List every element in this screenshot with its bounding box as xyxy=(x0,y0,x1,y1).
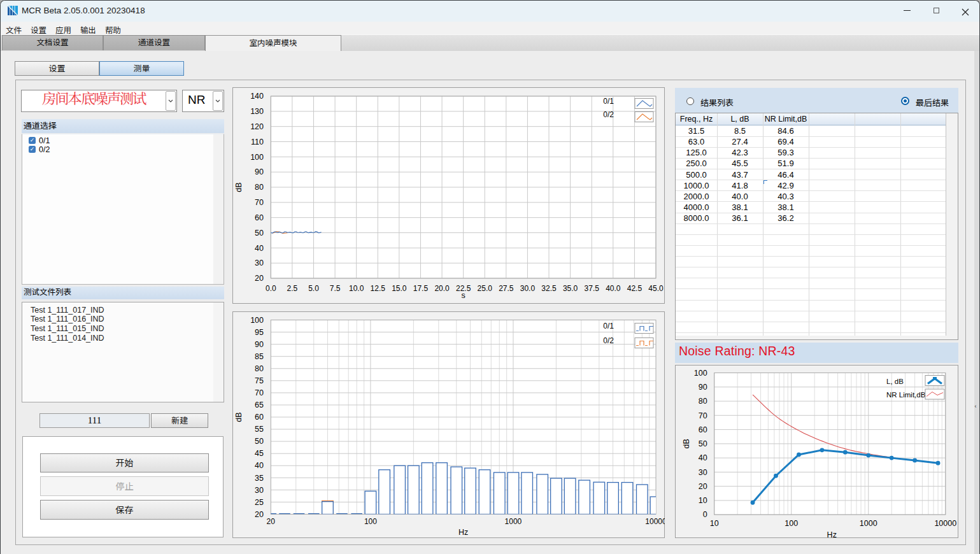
svg-text:0/2: 0/2 xyxy=(603,336,614,345)
svg-text:100: 100 xyxy=(250,316,264,325)
svg-text:0: 0 xyxy=(703,510,707,519)
svg-text:1000: 1000 xyxy=(505,517,522,526)
svg-text:12.5: 12.5 xyxy=(371,284,386,293)
svg-text:30: 30 xyxy=(699,468,707,477)
svg-text:45: 45 xyxy=(255,449,264,458)
svg-text:50: 50 xyxy=(255,229,264,238)
svg-text:70: 70 xyxy=(255,388,264,397)
svg-text:40: 40 xyxy=(255,461,264,470)
svg-text:35.0: 35.0 xyxy=(563,284,578,293)
svg-text:85: 85 xyxy=(255,352,264,361)
svg-text:Hz: Hz xyxy=(827,530,837,538)
svg-text:0.0: 0.0 xyxy=(266,284,276,293)
svg-text:100: 100 xyxy=(785,519,798,528)
svg-text:100: 100 xyxy=(694,369,707,378)
svg-text:90: 90 xyxy=(699,383,707,392)
svg-text:2.5: 2.5 xyxy=(287,284,298,293)
svg-text:dB: dB xyxy=(682,439,691,448)
svg-text:20.0: 20.0 xyxy=(434,284,450,293)
svg-text:100: 100 xyxy=(250,153,264,162)
svg-text:20: 20 xyxy=(699,482,707,491)
svg-text:5.0: 5.0 xyxy=(308,284,319,293)
svg-text:20: 20 xyxy=(267,517,276,526)
svg-text:45.0: 45.0 xyxy=(648,284,664,293)
svg-text:60: 60 xyxy=(255,413,264,422)
svg-text:37.5: 37.5 xyxy=(585,284,600,293)
svg-text:140: 140 xyxy=(250,92,264,101)
svg-text:32.5: 32.5 xyxy=(541,284,557,293)
svg-text:0/2: 0/2 xyxy=(603,110,614,119)
svg-text:15.0: 15.0 xyxy=(392,284,407,293)
svg-text:27.5: 27.5 xyxy=(499,284,514,293)
svg-text:0/1: 0/1 xyxy=(603,97,614,106)
svg-text:10000: 10000 xyxy=(645,517,665,526)
svg-text:25: 25 xyxy=(255,498,264,507)
svg-text:60: 60 xyxy=(699,425,707,434)
svg-text:130: 130 xyxy=(250,107,264,116)
svg-text:0/1: 0/1 xyxy=(603,322,614,330)
svg-text:60: 60 xyxy=(255,213,264,222)
svg-text:NR Limit,dB: NR Limit,dB xyxy=(886,391,926,399)
svg-text:90: 90 xyxy=(255,167,264,176)
svg-text:20: 20 xyxy=(255,510,264,519)
svg-text:65: 65 xyxy=(255,401,264,409)
svg-text:17.5: 17.5 xyxy=(413,284,429,293)
svg-text:10000: 10000 xyxy=(934,519,956,528)
svg-text:70: 70 xyxy=(255,198,264,207)
svg-text:10: 10 xyxy=(710,519,719,528)
svg-text:dB: dB xyxy=(234,412,243,422)
svg-text:50: 50 xyxy=(255,437,264,446)
svg-text:30: 30 xyxy=(255,259,264,267)
svg-text:75: 75 xyxy=(255,376,264,385)
svg-text:s: s xyxy=(462,291,465,300)
svg-text:50: 50 xyxy=(699,439,707,448)
svg-text:42.5: 42.5 xyxy=(627,284,643,293)
svg-text:80: 80 xyxy=(255,183,264,192)
svg-text:55: 55 xyxy=(255,425,264,434)
svg-text:25.0: 25.0 xyxy=(478,284,493,293)
svg-text:7.5: 7.5 xyxy=(330,284,341,293)
svg-text:30.0: 30.0 xyxy=(520,284,536,293)
svg-text:30: 30 xyxy=(255,486,264,495)
svg-text:40: 40 xyxy=(699,453,707,462)
svg-text:100: 100 xyxy=(364,517,377,526)
svg-text:10: 10 xyxy=(699,496,707,505)
svg-text:40.0: 40.0 xyxy=(606,284,621,293)
svg-text:40: 40 xyxy=(255,244,264,253)
svg-text:110: 110 xyxy=(251,138,264,146)
svg-text:20: 20 xyxy=(255,274,264,283)
svg-text:95: 95 xyxy=(255,328,264,337)
svg-text:L, dB: L, dB xyxy=(886,378,904,385)
svg-text:70: 70 xyxy=(699,411,707,420)
svg-text:35: 35 xyxy=(255,474,264,483)
svg-text:80: 80 xyxy=(255,364,264,373)
svg-text:90: 90 xyxy=(255,340,264,349)
svg-text:Hz: Hz xyxy=(458,528,468,537)
svg-text:dB: dB xyxy=(234,182,243,192)
svg-text:1000: 1000 xyxy=(860,519,877,528)
svg-text:120: 120 xyxy=(250,122,264,131)
svg-text:10.0: 10.0 xyxy=(349,284,364,293)
svg-text:80: 80 xyxy=(699,397,707,406)
